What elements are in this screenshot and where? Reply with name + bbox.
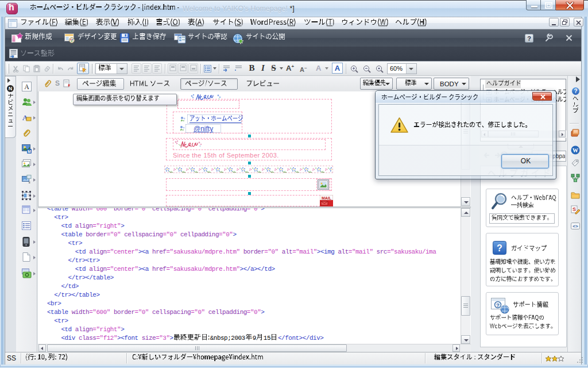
svg-text:?: ? [496, 302, 500, 308]
svg-text:S: S [572, 206, 576, 212]
svg-text:M: M [28, 150, 31, 154]
svg-text:W: W [572, 147, 578, 154]
svg-text:<>: <> [572, 224, 578, 229]
svg-text:A: A [24, 83, 29, 91]
svg-text:?: ? [497, 243, 502, 253]
svg-text:MAIL: MAIL [322, 196, 332, 200]
